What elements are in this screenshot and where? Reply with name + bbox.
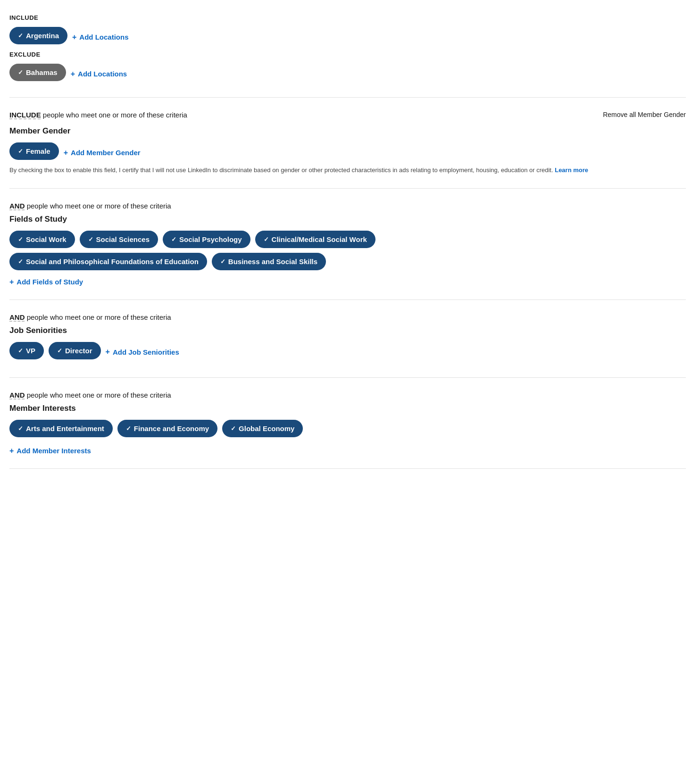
social-philosophical-label: Social and Philosophical Foundations of … [26,258,199,266]
exclude-tags-row: ✓ Bahamas + Add Locations [9,64,686,81]
social-work-label: Social Work [26,235,67,243]
interests-intro: AND people who meet one or more of these… [9,391,686,399]
fields-intro: AND people who meet one or more of these… [9,202,686,210]
gender-intro: INCLUDE people who meet one or more of t… [9,111,187,119]
argentina-tag[interactable]: ✓ Argentina [9,27,67,44]
disclaimer-text: By checking the box to enable this field… [9,166,553,174]
bahamas-tag[interactable]: ✓ Bahamas [9,64,66,81]
argentina-label: Argentina [26,32,59,40]
seniority-intro-text: people who meet one or more of these cri… [25,313,171,321]
gender-intro-keyword: INCLUDE [9,111,41,119]
arts-entertainment-label: Arts and Entertainment [26,424,104,433]
add-exclude-locations-label: Add Locations [78,70,127,78]
check-icon: ✓ [18,32,23,39]
fields-intro-text: people who meet one or more of these cri… [25,202,171,210]
member-gender-section: INCLUDE people who meet one or more of t… [9,98,686,189]
check-icon-ge: ✓ [231,425,236,432]
seniority-title: Job Seniorities [9,326,686,335]
remove-gender-link[interactable]: Remove all Member Gender [603,111,686,118]
clinical-social-work-tag[interactable]: ✓ Clinical/Medical Social Work [255,231,375,248]
add-include-locations-link[interactable]: + Add Locations [72,33,129,42]
fields-title: Fields of Study [9,215,686,224]
seniority-intro: AND people who meet one or more of these… [9,313,686,321]
check-icon-fe: ✓ [126,425,131,432]
arts-entertainment-tag[interactable]: ✓ Arts and Entertainment [9,420,113,437]
social-psychology-tag[interactable]: ✓ Social Psychology [163,231,250,248]
social-psychology-label: Social Psychology [179,235,242,243]
check-icon-excluded: ✓ [18,69,23,76]
seniority-tags-row: ✓ VP ✓ Director + Add Job Seniorities [9,342,686,359]
vp-label: VP [26,347,35,355]
check-icon-sp: ✓ [171,236,176,243]
vp-tag[interactable]: ✓ VP [9,342,44,359]
gender-tags-row: ✓ Female + Add Member Gender [9,142,686,160]
gender-intro-text: people who meet one or more of these cri… [41,111,187,119]
plus-icon-fields: + [9,278,14,286]
business-social-skills-tag[interactable]: ✓ Business and Social Skills [212,253,326,270]
add-interests-label: Add Member Interests [17,447,91,455]
add-gender-link[interactable]: + Add Member Gender [64,149,141,157]
member-interests-section: AND people who meet one or more of these… [9,378,686,469]
seniority-intro-keyword: AND [9,313,25,321]
gender-header: INCLUDE people who meet one or more of t… [9,111,686,124]
check-icon-spf: ✓ [18,258,23,265]
bahamas-label: Bahamas [26,68,58,76]
add-seniority-link[interactable]: + Add Job Seniorities [106,348,179,356]
check-icon-csw: ✓ [264,236,269,243]
director-label: Director [65,347,92,355]
plus-icon-exclude: + [71,70,75,78]
global-economy-label: Global Economy [239,424,294,433]
check-icon-sw: ✓ [18,236,23,243]
add-include-locations-label: Add Locations [79,33,128,41]
learn-more-link[interactable]: Learn more [555,166,588,174]
fields-intro-keyword: AND [9,202,25,210]
interests-title: Member Interests [9,404,686,413]
female-label: Female [26,147,50,155]
add-fields-label: Add Fields of Study [17,278,83,286]
clinical-social-work-label: Clinical/Medical Social Work [272,235,367,243]
interests-tags-row: ✓ Arts and Entertainment ✓ Finance and E… [9,420,686,437]
job-seniorities-section: AND people who meet one or more of these… [9,300,686,378]
add-exclude-locations-link[interactable]: + Add Locations [71,70,127,78]
global-economy-tag[interactable]: ✓ Global Economy [222,420,303,437]
add-seniority-label: Add Job Seniorities [113,348,179,356]
include-tags-row: ✓ Argentina + Add Locations [9,27,686,44]
exclude-label: EXCLUDE [9,51,686,58]
fields-of-study-section: AND people who meet one or more of these… [9,189,686,300]
plus-icon-interests: + [9,447,14,455]
finance-economy-tag[interactable]: ✓ Finance and Economy [117,420,217,437]
add-fields-link[interactable]: + Add Fields of Study [9,278,83,286]
finance-economy-label: Finance and Economy [134,424,209,433]
plus-icon: + [72,33,76,42]
fields-tags-row: ✓ Social Work ✓ Social Sciences ✓ Social… [9,231,686,248]
gender-disclaimer: By checking the box to enable this field… [9,166,686,175]
plus-icon-seniority: + [106,348,110,356]
interests-intro-keyword: AND [9,391,25,399]
social-sciences-label: Social Sciences [96,235,150,243]
social-philosophical-tag[interactable]: ✓ Social and Philosophical Foundations o… [9,253,207,270]
check-icon-bss: ✓ [220,258,225,265]
female-tag[interactable]: ✓ Female [9,142,59,160]
female-check-icon: ✓ [18,148,23,155]
locations-section: INCLUDE ✓ Argentina + Add Locations EXCL… [9,14,686,98]
social-sciences-tag[interactable]: ✓ Social Sciences [80,231,158,248]
add-gender-label: Add Member Gender [71,149,141,157]
director-tag[interactable]: ✓ Director [49,342,101,359]
fields-tags-row-2: ✓ Social and Philosophical Foundations o… [9,253,686,270]
plus-icon-gender: + [64,149,68,157]
gender-title: Member Gender [9,126,686,136]
check-icon-dir: ✓ [57,347,62,354]
check-icon-vp: ✓ [18,347,23,354]
check-icon-ss: ✓ [88,236,93,243]
business-social-skills-label: Business and Social Skills [228,258,317,266]
add-interests-link[interactable]: + Add Member Interests [9,447,91,455]
include-label: INCLUDE [9,14,686,21]
social-work-tag[interactable]: ✓ Social Work [9,231,75,248]
interests-intro-text: people who meet one or more of these cri… [25,391,171,399]
check-icon-ae: ✓ [18,425,23,432]
